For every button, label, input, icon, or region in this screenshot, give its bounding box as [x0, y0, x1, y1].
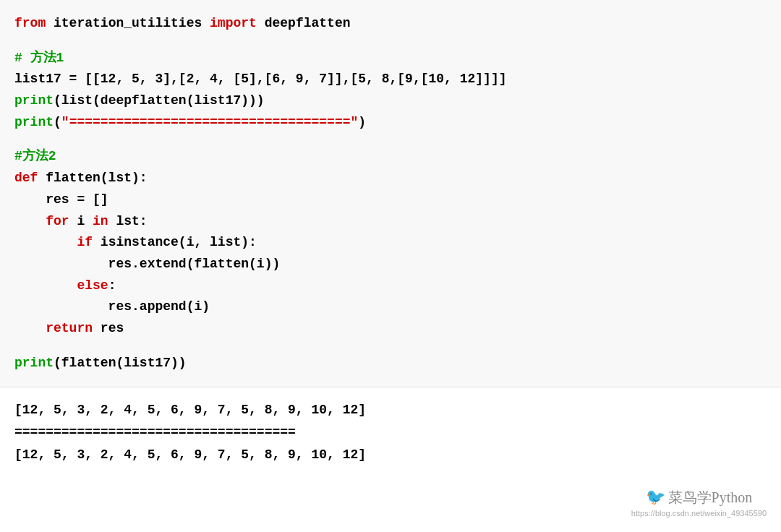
code-line-list17: list17 = [[12, 5, 3],[2, 4, [5],[6, 9, 7… — [14, 69, 767, 90]
blank-line-2 — [14, 133, 767, 146]
output-section: [12, 5, 3, 2, 4, 5, 6, 9, 7, 5, 8, 9, 10… — [0, 387, 781, 532]
code-line-else: else: — [14, 275, 767, 297]
bird-icon: 🐦 — [646, 488, 665, 507]
output-line-2: ==================================== — [14, 421, 767, 444]
watermark-brand: 菜鸟学Python — [668, 488, 753, 507]
keyword-def: def — [14, 171, 38, 185]
blank-line-3 — [14, 340, 767, 353]
output-line-3: [12, 5, 3, 2, 4, 5, 6, 9, 7, 5, 8, 9, 10… — [14, 444, 767, 466]
code-line-1: from iteration_utilities import deepflat… — [14, 13, 767, 35]
keyword-else: else — [77, 278, 108, 293]
keyword-import: import — [210, 16, 257, 30]
keyword-for: for — [46, 214, 69, 228]
code-line-def: def flatten(lst): — [14, 168, 767, 189]
keyword-from: from — [14, 16, 46, 30]
code-line-print1: print(list(deepflatten(list17))) — [14, 90, 767, 112]
main-container: from iteration_utilities import deepflat… — [0, 0, 781, 532]
watermark-logo: 🐦 菜鸟学Python — [646, 488, 753, 507]
output-line-1: [12, 5, 3, 2, 4, 5, 6, 9, 7, 5, 8, 9, 10… — [14, 399, 767, 421]
keyword-in: in — [93, 214, 108, 228]
code-line-print2: print("=================================… — [14, 112, 767, 134]
code-line-for: for i in lst: — [14, 211, 767, 233]
watermark: 🐦 菜鸟学Python https://blog.csdn.net/weixin… — [631, 488, 767, 518]
code-line-extend: res.extend(flatten(i)) — [14, 254, 767, 275]
watermark-url: https://blog.csdn.net/weixin_49345590 — [631, 509, 767, 518]
comment-method2: #方法2 — [14, 146, 767, 168]
code-section: from iteration_utilities import deepflat… — [0, 0, 781, 387]
code-line-append: res.append(i) — [14, 296, 767, 318]
keyword-return: return — [46, 321, 93, 335]
blank-line-1 — [14, 35, 767, 48]
code-line-return: return res — [14, 318, 767, 340]
code-line-print3: print(flatten(list17)) — [14, 353, 767, 374]
keyword-if: if — [77, 235, 93, 249]
code-line-if: if isinstance(i, list): — [14, 232, 767, 254]
code-line-res: res = [] — [14, 189, 767, 211]
comment-method1: # 方法1 — [14, 48, 767, 69]
